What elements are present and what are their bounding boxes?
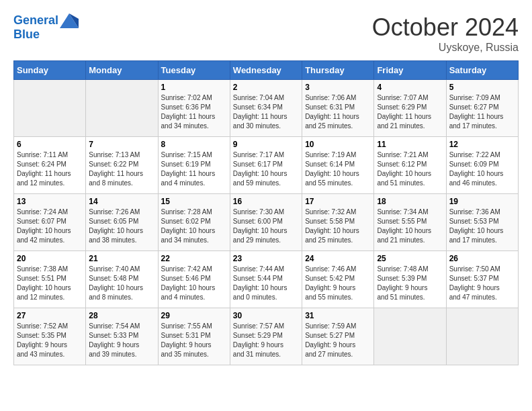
day-number: 9 — [233, 140, 299, 149]
day-number: 14 — [89, 197, 154, 206]
header-cell-sunday: Sunday — [14, 61, 86, 80]
calendar-cell: 2Sunrise: 7:04 AM Sunset: 6:34 PM Daylig… — [230, 80, 302, 137]
calendar-cell: 15Sunrise: 7:28 AM Sunset: 6:02 PM Dayli… — [158, 194, 230, 251]
day-info: Sunrise: 7:02 AM Sunset: 6:36 PM Dayligh… — [161, 93, 227, 131]
day-number: 30 — [233, 311, 299, 320]
calendar-cell: 19Sunrise: 7:36 AM Sunset: 5:53 PM Dayli… — [446, 194, 518, 251]
calendar-cell — [14, 80, 86, 137]
month-title: October 2024 — [372, 13, 519, 42]
calendar-cell: 9Sunrise: 7:17 AM Sunset: 6:17 PM Daylig… — [230, 137, 302, 194]
day-number: 31 — [305, 311, 371, 320]
day-number: 29 — [161, 311, 227, 320]
logo-line2: Blue — [13, 28, 79, 42]
day-info: Sunrise: 7:34 AM Sunset: 5:55 PM Dayligh… — [377, 208, 443, 245]
calendar-cell: 1Sunrise: 7:02 AM Sunset: 6:36 PM Daylig… — [158, 80, 230, 137]
calendar-table: SundayMondayTuesdayWednesdayThursdayFrid… — [13, 60, 519, 365]
calendar-week-1: 1Sunrise: 7:02 AM Sunset: 6:36 PM Daylig… — [14, 80, 519, 137]
calendar-cell: 30Sunrise: 7:57 AM Sunset: 5:29 PM Dayli… — [230, 308, 302, 365]
logo-icon — [60, 13, 79, 28]
day-number: 4 — [377, 83, 443, 92]
day-info: Sunrise: 7:09 AM Sunset: 6:27 PM Dayligh… — [449, 93, 515, 131]
day-info: Sunrise: 7:22 AM Sunset: 6:09 PM Dayligh… — [449, 150, 515, 188]
calendar-cell: 8Sunrise: 7:15 AM Sunset: 6:19 PM Daylig… — [158, 137, 230, 194]
day-number: 3 — [305, 83, 371, 92]
day-info: Sunrise: 7:55 AM Sunset: 5:31 PM Dayligh… — [161, 322, 227, 359]
day-number: 11 — [377, 140, 443, 149]
calendar-cell — [374, 308, 446, 365]
calendar-cell: 24Sunrise: 7:46 AM Sunset: 5:42 PM Dayli… — [302, 251, 374, 308]
header-row: SundayMondayTuesdayWednesdayThursdayFrid… — [14, 61, 519, 80]
calendar-cell: 18Sunrise: 7:34 AM Sunset: 5:55 PM Dayli… — [374, 194, 446, 251]
calendar-cell: 3Sunrise: 7:06 AM Sunset: 6:31 PM Daylig… — [302, 80, 374, 137]
title-block: October 2024 Uyskoye, Russia — [372, 13, 519, 54]
day-info: Sunrise: 7:30 AM Sunset: 6:00 PM Dayligh… — [233, 208, 299, 245]
calendar-cell: 28Sunrise: 7:54 AM Sunset: 5:33 PM Dayli… — [86, 308, 158, 365]
day-info: Sunrise: 7:24 AM Sunset: 6:07 PM Dayligh… — [17, 208, 83, 245]
page-header: General Blue October 2024 Uyskoye, Russi… — [13, 13, 519, 54]
day-info: Sunrise: 7:40 AM Sunset: 5:48 PM Dayligh… — [89, 265, 154, 302]
header-cell-wednesday: Wednesday — [230, 61, 302, 80]
day-info: Sunrise: 7:28 AM Sunset: 6:02 PM Dayligh… — [161, 208, 227, 245]
day-info: Sunrise: 7:59 AM Sunset: 5:27 PM Dayligh… — [305, 322, 371, 359]
day-info: Sunrise: 7:26 AM Sunset: 6:05 PM Dayligh… — [89, 208, 154, 245]
day-info: Sunrise: 7:17 AM Sunset: 6:17 PM Dayligh… — [233, 150, 299, 188]
day-number: 27 — [17, 311, 83, 320]
location: Uyskoye, Russia — [372, 42, 519, 54]
calendar-cell: 23Sunrise: 7:44 AM Sunset: 5:44 PM Dayli… — [230, 251, 302, 308]
day-number: 25 — [377, 254, 443, 263]
day-number: 17 — [305, 197, 371, 206]
day-info: Sunrise: 7:19 AM Sunset: 6:14 PM Dayligh… — [305, 150, 371, 188]
calendar-cell: 14Sunrise: 7:26 AM Sunset: 6:05 PM Dayli… — [86, 194, 158, 251]
calendar-cell: 10Sunrise: 7:19 AM Sunset: 6:14 PM Dayli… — [302, 137, 374, 194]
day-info: Sunrise: 7:21 AM Sunset: 6:12 PM Dayligh… — [377, 150, 443, 188]
header-cell-tuesday: Tuesday — [158, 61, 230, 80]
day-info: Sunrise: 7:11 AM Sunset: 6:24 PM Dayligh… — [17, 150, 83, 188]
calendar-cell: 5Sunrise: 7:09 AM Sunset: 6:27 PM Daylig… — [446, 80, 518, 137]
day-info: Sunrise: 7:54 AM Sunset: 5:33 PM Dayligh… — [89, 322, 154, 359]
day-info: Sunrise: 7:32 AM Sunset: 5:58 PM Dayligh… — [305, 208, 371, 245]
day-info: Sunrise: 7:15 AM Sunset: 6:19 PM Dayligh… — [161, 150, 227, 188]
day-info: Sunrise: 7:57 AM Sunset: 5:29 PM Dayligh… — [233, 322, 299, 359]
calendar-header: SundayMondayTuesdayWednesdayThursdayFrid… — [14, 61, 519, 80]
day-number: 22 — [161, 254, 227, 263]
calendar-cell: 31Sunrise: 7:59 AM Sunset: 5:27 PM Dayli… — [302, 308, 374, 365]
day-number: 2 — [233, 83, 299, 92]
day-number: 13 — [17, 197, 83, 206]
header-cell-thursday: Thursday — [302, 61, 374, 80]
logo-text: General — [13, 14, 58, 28]
calendar-cell: 29Sunrise: 7:55 AM Sunset: 5:31 PM Dayli… — [158, 308, 230, 365]
day-info: Sunrise: 7:13 AM Sunset: 6:22 PM Dayligh… — [89, 150, 154, 188]
calendar-cell: 4Sunrise: 7:07 AM Sunset: 6:29 PM Daylig… — [374, 80, 446, 137]
calendar-cell: 11Sunrise: 7:21 AM Sunset: 6:12 PM Dayli… — [374, 137, 446, 194]
calendar-week-4: 20Sunrise: 7:38 AM Sunset: 5:51 PM Dayli… — [14, 251, 519, 308]
day-info: Sunrise: 7:36 AM Sunset: 5:53 PM Dayligh… — [449, 208, 515, 245]
day-number: 28 — [89, 311, 154, 320]
day-info: Sunrise: 7:52 AM Sunset: 5:35 PM Dayligh… — [17, 322, 83, 359]
header-cell-monday: Monday — [86, 61, 158, 80]
calendar-cell: 16Sunrise: 7:30 AM Sunset: 6:00 PM Dayli… — [230, 194, 302, 251]
calendar-cell: 6Sunrise: 7:11 AM Sunset: 6:24 PM Daylig… — [14, 137, 86, 194]
day-number: 24 — [305, 254, 371, 263]
day-number: 6 — [17, 140, 83, 149]
calendar-cell: 27Sunrise: 7:52 AM Sunset: 5:35 PM Dayli… — [14, 308, 86, 365]
calendar-cell: 13Sunrise: 7:24 AM Sunset: 6:07 PM Dayli… — [14, 194, 86, 251]
day-info: Sunrise: 7:07 AM Sunset: 6:29 PM Dayligh… — [377, 93, 443, 131]
logo: General Blue — [13, 13, 79, 42]
day-info: Sunrise: 7:04 AM Sunset: 6:34 PM Dayligh… — [233, 93, 299, 131]
day-number: 23 — [233, 254, 299, 263]
calendar-cell: 20Sunrise: 7:38 AM Sunset: 5:51 PM Dayli… — [14, 251, 86, 308]
day-info: Sunrise: 7:48 AM Sunset: 5:39 PM Dayligh… — [377, 265, 443, 302]
calendar-cell: 7Sunrise: 7:13 AM Sunset: 6:22 PM Daylig… — [86, 137, 158, 194]
calendar-cell: 25Sunrise: 7:48 AM Sunset: 5:39 PM Dayli… — [374, 251, 446, 308]
day-number: 19 — [449, 197, 515, 206]
calendar-week-3: 13Sunrise: 7:24 AM Sunset: 6:07 PM Dayli… — [14, 194, 519, 251]
day-number: 7 — [89, 140, 154, 149]
day-number: 16 — [233, 197, 299, 206]
day-info: Sunrise: 7:44 AM Sunset: 5:44 PM Dayligh… — [233, 265, 299, 302]
day-number: 10 — [305, 140, 371, 149]
day-number: 20 — [17, 254, 83, 263]
day-number: 1 — [161, 83, 227, 92]
day-info: Sunrise: 7:50 AM Sunset: 5:37 PM Dayligh… — [449, 265, 515, 302]
day-number: 26 — [449, 254, 515, 263]
day-number: 15 — [161, 197, 227, 206]
